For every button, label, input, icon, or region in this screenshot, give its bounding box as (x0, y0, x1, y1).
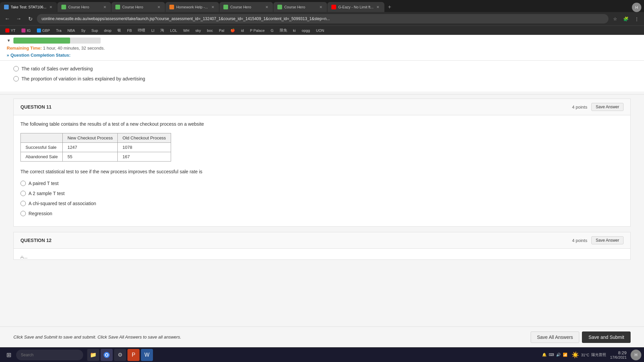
bookmark-nba[interactable]: NBA (65, 28, 78, 33)
question-12-points: 4 points (572, 238, 587, 243)
table-header-new: New Checkout Process (63, 133, 118, 143)
tab-title-2: Course Hero (68, 5, 100, 9)
prev-option-1[interactable]: The ratio of Sales over advertising (13, 66, 631, 71)
taskbar-sys-icons: 🔔 ⌨ 🔊 📶 (542, 353, 568, 357)
forward-button[interactable]: → (14, 14, 23, 23)
bookmark-boc[interactable]: boc (204, 28, 216, 33)
table-cell-abandoned-new: 55 (63, 152, 118, 162)
question-completion-status[interactable]: Question Completion Status: (7, 53, 637, 58)
taskbar-app-powerpoint[interactable]: P (127, 349, 140, 361)
settings-icon[interactable]: ⋮ (632, 14, 641, 23)
bookmark-pal[interactable]: Pal (216, 28, 227, 33)
bookmark-sup[interactable]: Sup (89, 28, 101, 33)
notification-icon[interactable]: 🔔 (542, 353, 547, 357)
quiz-body[interactable]: The ratio of Sales over advertising The … (0, 61, 644, 326)
prev-radio-2[interactable] (13, 76, 19, 81)
tab-close-4[interactable]: ✕ (210, 5, 215, 9)
table-cell-successful-new: 1247 (63, 143, 118, 152)
bookmark-bili[interactable]: 哔哩 (135, 27, 148, 34)
taskbar-app-chrome[interactable] (101, 349, 113, 361)
star-icon[interactable]: ☆ (610, 14, 620, 23)
tab-4[interactable]: Homework Help -... ✕ (165, 2, 219, 12)
taskbar-right: 🔔 ⌨ 🔊 📶 ☀️ 31°C 陽光普照 8:29 17/6/2021 H (542, 350, 641, 360)
new-tab-button[interactable]: + (385, 2, 395, 12)
bookmarks-bar: YT IG GBP Tra NBA Sy Sup drop 银 FB 哔哩 LI… (0, 25, 644, 35)
q11-option-1[interactable]: A paired T test (20, 181, 624, 186)
volume-icon[interactable]: 🔊 (556, 353, 561, 357)
bookmark-drop[interactable]: drop (101, 28, 114, 33)
question-11-points: 4 points (572, 105, 587, 110)
address-bar-row: ← → ↻ ☆ 🧩 ⋮ (0, 12, 644, 25)
taskbar-app-explorer[interactable]: 📁 (87, 349, 99, 361)
network-icon[interactable]: 📶 (563, 353, 568, 357)
prev-option-2[interactable]: The proportion of variation in sales exp… (13, 76, 631, 81)
q11-option-1-label: A paired T test (29, 181, 59, 186)
bookmark-wh[interactable]: WH (180, 28, 192, 33)
bookmark-ig[interactable]: IG (19, 28, 34, 33)
prev-radio-1[interactable] (13, 66, 19, 71)
tab-6[interactable]: Course Hero ✕ (273, 2, 327, 12)
bookmark-apple[interactable]: 🍎 (228, 27, 238, 33)
tab-close-5[interactable]: ✕ (264, 5, 269, 9)
bookmark-sy[interactable]: Sy (78, 28, 88, 33)
bookmark-xianmian[interactable]: 限免 (277, 27, 290, 34)
bookmark-tra[interactable]: Tra (53, 28, 64, 33)
svg-point-2 (106, 354, 108, 356)
q11-option-2-label: A 2 sample T test (29, 191, 65, 196)
prev-questions-section: The ratio of Sales over advertising The … (0, 61, 644, 92)
q11-radio-1[interactable] (20, 181, 26, 186)
bookmark-bank[interactable]: 银 (115, 27, 124, 34)
bookmark-ki[interactable]: ki (290, 28, 299, 33)
bookmark-yt[interactable]: YT (3, 28, 18, 33)
refresh-button[interactable]: ↻ (25, 14, 35, 23)
collapse-icon[interactable]: ▼ (7, 38, 11, 43)
q11-radio-3[interactable] (20, 201, 26, 206)
bookmark-gbp[interactable]: GBP (34, 28, 53, 33)
profile-icon[interactable]: H (632, 3, 641, 12)
back-button[interactable]: ← (3, 14, 12, 23)
bookmark-taobao[interactable]: 淘 (158, 27, 167, 34)
table-cell-successful-old: 1078 (118, 143, 171, 152)
start-button[interactable]: ⊞ (3, 349, 15, 361)
taskbar-app-settings[interactable]: ⚙ (114, 349, 126, 361)
tab-3[interactable]: Course Hero ✕ (111, 2, 165, 12)
question-11-save-answer-button[interactable]: Save Answer (591, 103, 624, 111)
tab-close-7[interactable]: ✕ (376, 5, 380, 9)
tab-7[interactable]: G-Eazy - No Limit ft... ✕ (327, 2, 384, 12)
bookmark-li[interactable]: LI (149, 28, 157, 33)
bookmark-uon[interactable]: UON (313, 28, 327, 33)
tab-5[interactable]: Course Hero ✕ (219, 2, 273, 12)
bookmark-opgg[interactable]: opgg (299, 28, 313, 33)
bookmark-g[interactable]: G (268, 28, 276, 33)
tab-close-2[interactable]: ✕ (102, 5, 107, 9)
q11-option-3[interactable]: A chi-squared test of association (20, 201, 624, 206)
bookmark-lol[interactable]: LOL (167, 28, 180, 33)
tab-close-6[interactable]: ✕ (318, 5, 323, 9)
bookmark-sky[interactable]: sky (193, 28, 204, 33)
bookmark-favicon-ig (21, 28, 25, 33)
tab-active[interactable]: Take Test: STAT106... ✕ (0, 2, 57, 12)
main-content: ▼ Remaining Time: 1 hour, 40 minutes, 32… (0, 35, 644, 347)
quiz-footer: Click Save and Submit to save and submit… (0, 326, 644, 347)
progress-bar-background (13, 38, 101, 44)
bookmark-fb[interactable]: FB (124, 28, 135, 33)
q11-radio-4[interactable] (20, 211, 26, 216)
q11-option-2[interactable]: A 2 sample T test (20, 191, 624, 196)
address-input[interactable] (37, 14, 608, 23)
user-avatar[interactable]: H (631, 350, 641, 360)
tab-title-4: Homework Help -... (176, 5, 208, 9)
bookmark-id[interactable]: id (238, 28, 247, 33)
q11-radio-2[interactable] (20, 191, 26, 196)
bookmark-p-palace[interactable]: P Palace (247, 28, 267, 33)
tab-2[interactable]: Course Hero ✕ (57, 2, 111, 12)
taskbar-apps: 📁 ⚙ P W (87, 349, 153, 361)
question-12-save-answer-button[interactable]: Save Answer (591, 236, 624, 244)
tab-close-1[interactable]: ✕ (48, 5, 53, 9)
q11-option-4[interactable]: Regression (20, 211, 624, 216)
save-and-submit-button[interactable]: Save and Submit (582, 331, 631, 343)
taskbar-search-input[interactable] (16, 350, 83, 360)
extensions-icon[interactable]: 🧩 (621, 14, 631, 23)
save-all-answers-button[interactable]: Save All Answers (531, 331, 579, 343)
taskbar-app-word[interactable]: W (141, 349, 153, 361)
tab-close-3[interactable]: ✕ (156, 5, 161, 9)
